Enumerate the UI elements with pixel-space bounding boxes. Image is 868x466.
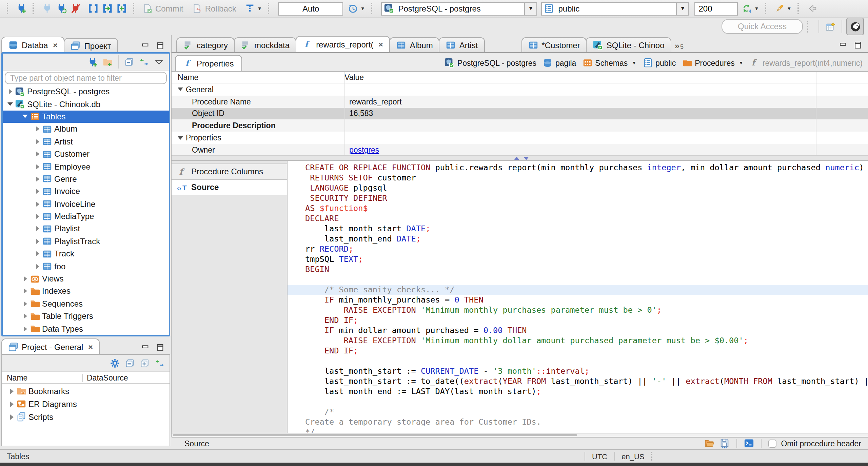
tree-item-mediatype[interactable]: MediaType — [3, 210, 169, 223]
horizontal-splitter[interactable] — [172, 155, 868, 161]
property-row-properties[interactable]: Properties — [172, 132, 868, 144]
disconnect-button[interactable] — [71, 3, 81, 14]
tree-item-artist[interactable]: Artist — [3, 135, 169, 148]
tree-item-sqlite-chinook-db[interactable]: SQLite - Chinook.db — [3, 98, 169, 111]
back-button[interactable] — [807, 3, 817, 14]
rollback-button[interactable]: Rollback — [192, 3, 236, 14]
open-perspective-button[interactable] — [825, 21, 835, 32]
tree-item-sequences[interactable]: Sequences — [3, 297, 169, 310]
twisty[interactable] — [21, 276, 29, 281]
twisty[interactable] — [21, 326, 29, 331]
property-row-owner[interactable]: Ownerpostgres — [172, 144, 868, 155]
dbeaver-perspective-button[interactable] — [846, 18, 864, 35]
breadcrumb-item-pagila[interactable]: pagila — [542, 58, 576, 68]
owner-link[interactable]: postgres — [349, 146, 379, 154]
twisty[interactable] — [33, 239, 41, 244]
tree-item-views[interactable]: Views — [3, 273, 169, 285]
twisty[interactable] — [33, 264, 41, 269]
tab-overflow-button[interactable]: »5 — [671, 41, 688, 52]
max-btn-icon[interactable] — [854, 41, 863, 50]
editor-tab-artist[interactable]: Artist — [439, 37, 485, 52]
commit-mode-combo[interactable]: Auto — [278, 2, 343, 15]
max-btn-icon[interactable] — [156, 41, 165, 50]
tree-item-playlist[interactable]: Playlist — [3, 223, 169, 235]
new-connection-icon[interactable] — [87, 57, 98, 67]
editor-tab-mockdata[interactable]: mockdata — [234, 37, 296, 52]
auto-sync-button[interactable]: ▼ — [742, 3, 759, 14]
toolbar-grip[interactable] — [797, 3, 801, 14]
tree-item-track[interactable]: Track — [3, 248, 169, 260]
column-header-name[interactable]: Name — [172, 73, 344, 81]
active-connection-combo[interactable]: PostgreSQL - postgres ▼ — [381, 2, 537, 15]
active-schema-combo[interactable]: public ▼ — [541, 2, 689, 15]
sql-editor-button[interactable] — [88, 3, 98, 14]
min-btn-icon[interactable] — [839, 41, 848, 50]
tree-item-indexes[interactable]: Indexes — [3, 285, 169, 298]
tree-item-table-triggers[interactable]: Table Triggers — [3, 310, 169, 323]
max-btn-icon[interactable] — [156, 343, 165, 352]
twisty[interactable] — [7, 401, 16, 407]
scrollbar-thumb[interactable] — [173, 434, 577, 436]
load-from-file-icon[interactable] — [704, 438, 714, 448]
omit-header-checkbox[interactable] — [768, 439, 776, 447]
status-grip[interactable] — [651, 452, 655, 461]
twisty[interactable] — [7, 388, 16, 394]
panel-tab-databa[interactable]: Databa✕ — [1, 37, 65, 53]
open-sql-script-button[interactable] — [102, 3, 113, 14]
twisty[interactable] — [33, 226, 41, 232]
breadcrumb-item-procedures[interactable]: Procedures▼ — [682, 58, 744, 68]
tree-item-foo[interactable]: foo — [3, 260, 169, 273]
column-header-datasource[interactable]: DataSource — [82, 373, 128, 382]
property-row-procedure-description[interactable]: Procedure Description — [172, 120, 868, 132]
close-icon[interactable]: ✕ — [53, 42, 58, 48]
column-divider[interactable] — [816, 72, 816, 155]
twisty[interactable] — [33, 214, 41, 219]
property-row-procedure-name[interactable]: Procedure Namerewards_report — [172, 96, 868, 108]
new-connection-button[interactable] — [16, 3, 26, 14]
toolbar-grip[interactable] — [133, 3, 136, 14]
panel-tab-проект[interactable]: Проект — [64, 38, 118, 53]
editor-tab-sqlite-chinoo[interactable]: SQLite - Chinoo — [586, 37, 671, 52]
toolbar-grip[interactable] — [33, 3, 36, 14]
section-tab-procedure-columns[interactable]: fProcedure Columns — [172, 163, 287, 180]
link-editor-icon[interactable] — [155, 358, 165, 368]
quick-access-input[interactable]: Quick Access — [722, 19, 803, 34]
breadcrumb-item-public[interactable]: public — [643, 58, 676, 68]
source-code[interactable]: CREATE OR REPLACE FUNCTION public.reward… — [288, 161, 868, 433]
persist-console-icon[interactable] — [744, 438, 754, 448]
connect-button[interactable] — [42, 3, 52, 14]
save-to-file-icon[interactable] — [719, 438, 729, 448]
twisty[interactable] — [21, 115, 29, 118]
new-folder-icon[interactable] — [102, 57, 113, 67]
horizontal-scrollbar[interactable] — [172, 433, 868, 437]
tab-properties[interactable]: f Properties — [175, 55, 242, 71]
panel-tab-project-general[interactable]: Project - General✕ — [1, 338, 100, 355]
breadcrumb-item-rewards-report-int4-numeric[interactable]: frewards_report(int4,numeric) — [750, 58, 863, 68]
property-row-object-id[interactable]: Object ID16,583 — [172, 108, 868, 120]
reconnect-button[interactable] — [56, 3, 66, 14]
toolbar-grip[interactable] — [268, 3, 272, 14]
min-btn-icon[interactable] — [141, 41, 150, 50]
fetch-size-input[interactable] — [695, 2, 738, 15]
breadcrumb-item-postgresql-postgres[interactable]: PostgreSQL - postgres — [445, 58, 536, 68]
twisty[interactable] — [21, 289, 29, 294]
tree-item-invoiceline[interactable]: InvoiceLine — [3, 198, 169, 210]
twisty[interactable] — [33, 189, 41, 194]
transaction-log-button[interactable]: ▼ — [348, 3, 365, 14]
tree-item-playlisttrack[interactable]: PlaylistTrack — [3, 235, 169, 248]
column-divider[interactable] — [344, 72, 345, 155]
twisty[interactable] — [33, 139, 41, 144]
min-btn-icon[interactable] — [141, 343, 150, 352]
breadcrumb-item-schemas[interactable]: Schemas▼ — [582, 58, 636, 68]
twisty[interactable] — [33, 201, 41, 207]
transaction-mode-button[interactable]: ▼ — [245, 3, 262, 14]
twisty[interactable] — [33, 164, 41, 169]
property-row-general[interactable]: General — [172, 83, 868, 96]
twisty[interactable] — [21, 301, 29, 307]
editor-tab-customer[interactable]: *Customer — [521, 37, 587, 52]
commit-button[interactable]: Commit — [142, 3, 183, 14]
splitter-collapse-control[interactable] — [514, 156, 529, 160]
twisty[interactable] — [6, 89, 14, 94]
toolbar-grip[interactable] — [371, 3, 375, 14]
editor-tab-category[interactable]: category — [176, 37, 235, 52]
